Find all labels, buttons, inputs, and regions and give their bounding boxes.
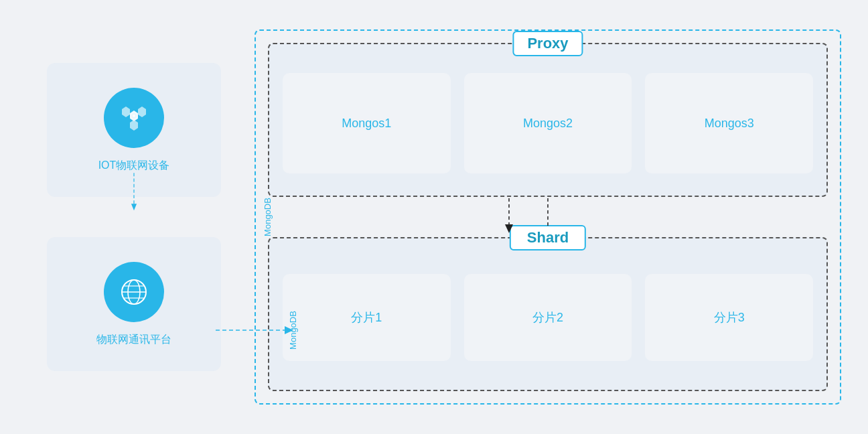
svg-point-5 (133, 115, 135, 117)
mongos1-card: Mongos1 (283, 73, 451, 173)
svg-marker-1 (122, 106, 130, 117)
platform-label: 物联网通讯平台 (96, 333, 171, 347)
mongodb-label: MongoDB (263, 198, 273, 236)
svg-marker-3 (130, 120, 138, 131)
shard-label: Shard (510, 225, 586, 250)
shard3-card: 分片3 (645, 274, 813, 361)
shard2-card: 分片2 (464, 274, 632, 361)
mongos3-label: Mongos3 (705, 117, 754, 131)
shard2-label: 分片2 (532, 309, 563, 326)
mongos-grid: Mongos1 Mongos2 Mongos3 (269, 44, 826, 196)
mongos3-card: Mongos3 (645, 73, 813, 173)
iot-device-label: IOT物联网设备 (98, 159, 170, 173)
platform-card: 物联网通讯平台 (47, 237, 221, 371)
proxy-label: Proxy (512, 31, 583, 56)
mongos2-card: Mongos2 (464, 73, 632, 173)
left-column: IOT物联网设备 物联网通讯平台 (27, 63, 241, 371)
shard-section: Shard 分片1 分片2 分片3 (268, 237, 828, 391)
iot-device-card: IOT物联网设备 (47, 63, 221, 197)
diagram-container: IOT物联网设备 物联网通讯平台 (0, 0, 868, 434)
shard3-label: 分片3 (714, 309, 745, 326)
mongos2-label: Mongos2 (523, 117, 573, 131)
mongos1-label: Mongos1 (342, 117, 391, 131)
shard1-card: 分片1 (283, 274, 451, 361)
proxy-section: Proxy Mongos1 Mongos2 Mongos3 (268, 43, 828, 197)
platform-icon (104, 262, 164, 322)
shard-grid: 分片1 分片2 分片3 (269, 238, 826, 390)
svg-marker-12 (131, 204, 137, 210)
right-section: MongoDB Proxy Mongos1 Mongos2 Mongos3 Sh… (255, 29, 841, 405)
iot-icon (104, 88, 164, 148)
shard1-label: 分片1 (351, 309, 382, 326)
svg-marker-2 (138, 106, 146, 117)
